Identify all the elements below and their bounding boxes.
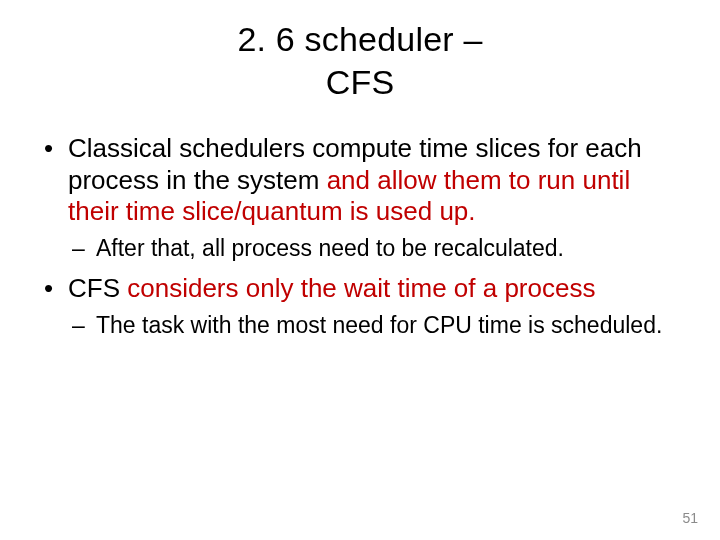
bullet-item-2: CFS considers only the wait time of a pr… [40,273,680,339]
sub-item-1: After that, all process need to be recal… [68,234,680,263]
bullet-item-1: Classical schedulers compute time slices… [40,133,680,263]
bullet-list: Classical schedulers compute time slices… [40,133,680,339]
slide: 2. 6 scheduler – CFS Classical scheduler… [0,0,720,540]
page-number: 51 [682,510,698,526]
bullet-2-text: CFS [68,273,127,303]
title-line-2: CFS [326,63,395,101]
title-line-1: 2. 6 scheduler – [237,20,482,58]
sub-list-2: The task with the most need for CPU time… [68,311,680,340]
sub-item-2: The task with the most need for CPU time… [68,311,680,340]
slide-title: 2. 6 scheduler – CFS [40,18,680,103]
sub-list-1: After that, all process need to be recal… [68,234,680,263]
bullet-2-accent: considers only the wait time of a proces… [127,273,595,303]
